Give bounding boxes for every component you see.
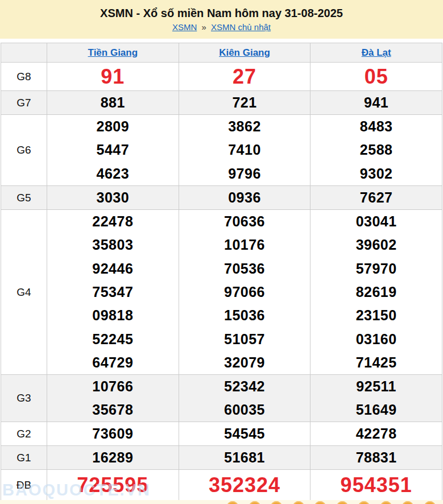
breadcrumb: XSMN » XSMN chủ nhật [0,22,443,33]
breadcrumb-separator: » [201,22,206,32]
prize-label: G3 [1,375,47,422]
result-number: 57970 [310,257,442,280]
result-number: 881 [47,91,179,114]
prize-row-g1: G1162895168178831 [1,445,442,469]
result-cell: 848325889302 [310,115,442,185]
ball-icon [380,501,392,504]
result-number: 22478 [47,210,179,233]
result-number: 91 [47,63,179,90]
prize-row-g5: G5303009367627 [1,185,442,209]
prize-label: G7 [1,91,47,114]
corner-cell [1,43,47,62]
result-number: 70536 [179,257,310,280]
result-number: 954351 [310,470,442,501]
result-number: 51649 [310,398,442,422]
ball-icon [424,501,436,504]
prize-row-g6: G6280954474623386274109796848325889302 [1,114,442,185]
column-header-kien-giang: Kiên Giang [179,43,310,62]
result-number: 15036 [179,304,310,327]
prize-label: G2 [1,422,47,445]
result-number: 71425 [310,351,442,374]
bottom-strip [0,500,443,504]
ball-icon [358,501,370,504]
result-number: 9302 [310,162,442,185]
result-cell: 0936 [179,186,310,209]
prize-row-g8: G8912705 [1,62,442,90]
result-cell: 73609 [47,422,179,445]
result-number: 70636 [179,210,310,233]
result-cell: 280954474623 [47,115,179,185]
result-cell: 51681 [179,446,310,469]
result-cell: 725595 [47,470,179,501]
result-cell: 9251151649 [310,375,442,422]
result-cell: 7627 [310,186,442,209]
result-number: 05 [310,63,442,90]
ball-icon [271,501,282,504]
province-link-tien-giang[interactable]: Tiền Giang [88,47,138,59]
result-cell: 22478358039244675347098185224564729 [47,210,179,374]
result-number: 10176 [179,233,310,257]
result-number: 51681 [179,446,310,469]
result-number: 35803 [47,233,179,257]
prize-label: G1 [1,446,47,469]
ball-icon [249,501,260,504]
result-cell: 1076635678 [47,375,179,422]
result-cell: 91 [47,63,179,90]
result-number: 03160 [310,327,442,350]
result-number: 75347 [47,280,179,304]
prize-label: ĐB [1,470,47,501]
result-number: 35678 [47,398,179,422]
breadcrumb-link-xsmn[interactable]: XSMN [172,22,197,32]
result-cell: 54545 [179,422,310,445]
results-table: Tiền GiangKiên GiangĐà Lạt G8912705G7881… [1,43,442,501]
prize-label: G6 [1,115,47,185]
result-cell: 16289 [47,446,179,469]
result-number: 2588 [310,138,442,162]
result-number: 92511 [310,375,442,398]
result-number: 51057 [179,327,310,350]
page-title: XSMN - Xổ số miền Nam hôm nay 31-08-2025 [0,6,443,20]
result-cell: 05 [310,63,442,90]
result-number: 32079 [179,351,310,374]
result-cell: 941 [310,91,442,114]
result-number: 352324 [179,470,310,501]
result-cell: 42278 [310,422,442,445]
result-cell: 3030 [47,186,179,209]
result-number: 42278 [310,422,442,445]
result-number: 5447 [47,138,179,162]
ball-icon [337,501,348,504]
result-cell: 954351 [310,470,442,501]
prize-row-g3: G3107663567852342600359251151649 [1,374,442,422]
table-header-row: Tiền GiangKiên GiangĐà Lạt [1,43,442,62]
prize-row-g2: G2736095454542278 [1,422,442,445]
breadcrumb-link-xsmn-chu-nhat[interactable]: XSMN chủ nhật [211,22,271,32]
prize-label: G4 [1,210,47,374]
result-number: 64729 [47,351,179,374]
result-number: 54545 [179,422,310,445]
column-header--a-lat: Đà Lạt [310,43,442,62]
result-number: 78831 [310,446,442,469]
result-cell: 5234260035 [179,375,310,422]
result-number: 27 [179,63,310,90]
prize-label: G5 [1,186,47,209]
result-number: 52342 [179,375,310,398]
prize-row-g7: G7881721941 [1,90,442,114]
result-number: 8483 [310,115,442,138]
result-cell: 881 [47,91,179,114]
province-link--a-lat[interactable]: Đà Lạt [362,47,391,59]
prize-label: G8 [1,63,47,90]
result-number: 73609 [47,422,179,445]
result-cell: 03041396025797082619231500316071425 [310,210,442,374]
result-number: 9796 [179,162,310,185]
result-cell: 78831 [310,446,442,469]
result-number: 16289 [47,446,179,469]
result-cell: 27 [179,63,310,90]
result-number: 941 [310,91,442,114]
result-number: 3862 [179,115,310,138]
ball-icon [402,501,413,504]
result-number: 39602 [310,233,442,257]
column-header-tien-giang: Tiền Giang [47,43,179,62]
province-link-kien-giang[interactable]: Kiên Giang [219,47,270,59]
result-number: 725595 [47,470,179,501]
result-number: 82619 [310,280,442,304]
